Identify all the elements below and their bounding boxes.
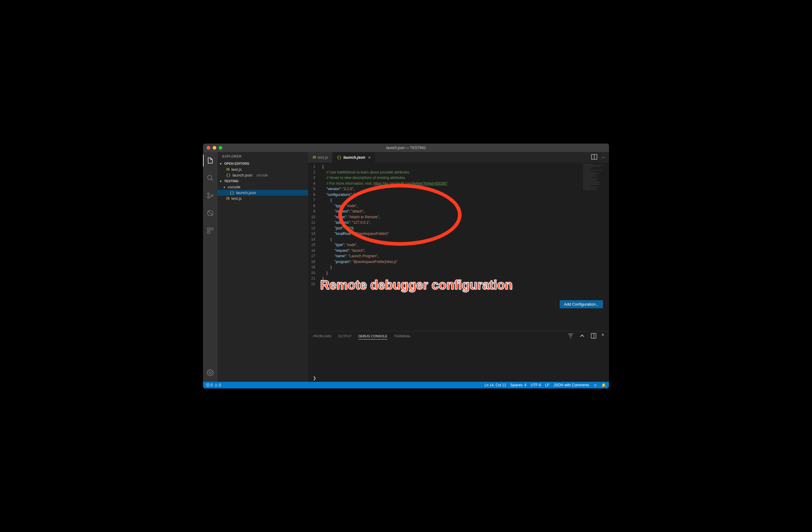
chevron-down-icon xyxy=(223,185,225,189)
panel-tab[interactable]: DEBUG CONSOLE xyxy=(358,333,387,339)
svg-point-1 xyxy=(207,193,209,195)
code-line[interactable]: { xyxy=(320,197,609,203)
svg-point-8 xyxy=(209,372,211,374)
panel-tab[interactable]: TERMINAL xyxy=(394,333,411,339)
code-line[interactable]: "request": "launch", xyxy=(320,248,609,254)
code-line[interactable]: "program": "${workspaceFolder}/test.js" xyxy=(320,259,609,265)
code-line[interactable]: } xyxy=(320,265,609,270)
editor-tab[interactable]: {}launch.json× xyxy=(333,152,375,163)
file-label: test.js xyxy=(231,196,242,201)
filter-icon[interactable] xyxy=(567,332,574,340)
file-label: launch.json xyxy=(233,173,252,178)
activity-bar xyxy=(203,152,218,382)
file-label: launch.json xyxy=(236,191,256,195)
json-icon: {} xyxy=(226,173,231,178)
eol[interactable]: LF xyxy=(545,383,550,387)
titlebar: launch.json — TESTING xyxy=(203,143,609,152)
search-icon[interactable] xyxy=(203,172,218,184)
code-line[interactable]: // For more information, visit: https://… xyxy=(320,181,609,186)
code-line[interactable]: "port": 9229, xyxy=(320,225,609,231)
editor-tab[interactable]: JStest.js xyxy=(308,152,333,163)
close-window-button[interactable] xyxy=(207,146,210,150)
code-line[interactable]: "version": "0.2.0", xyxy=(320,186,609,192)
tab-bar: JStest.js{}launch.json× ··· xyxy=(308,152,609,163)
panel-tab[interactable]: PROBLEMS xyxy=(313,333,331,339)
js-icon: JS xyxy=(226,197,230,200)
add-configuration-button[interactable]: Add Configuration... xyxy=(560,300,603,308)
maximize-window-button[interactable] xyxy=(219,146,222,150)
code-line[interactable]: "request": "attach", xyxy=(320,209,609,214)
svg-point-3 xyxy=(211,195,213,196)
svg-rect-6 xyxy=(211,228,213,230)
tab-label: launch.json xyxy=(344,155,365,159)
notifications-icon[interactable]: 🔔 xyxy=(601,383,606,387)
bottom-panel: PROBLEMSOUTPUTDEBUG CONSOLETERMINAL × ❯ xyxy=(308,331,609,382)
open-editor-item[interactable]: {}launch.json.vscode xyxy=(218,172,308,178)
line-gutter: 12345678910111213141516171819202122 xyxy=(308,163,320,331)
project-header[interactable]: TESTING xyxy=(218,178,308,184)
encoding[interactable]: UTF-8 xyxy=(531,383,541,387)
svg-point-2 xyxy=(207,196,209,198)
open-editors-header[interactable]: OPEN EDITORS xyxy=(218,160,308,167)
cursor-position[interactable]: Ln 14, Col 11 xyxy=(484,383,506,387)
file-icon: JS xyxy=(313,156,316,159)
extensions-icon[interactable] xyxy=(203,225,218,237)
code-line[interactable]: "name": "Launch Program", xyxy=(320,253,609,259)
source-control-icon[interactable] xyxy=(203,190,218,201)
code-line[interactable]: { xyxy=(320,164,609,170)
file-item-selected[interactable]: {}launch.json xyxy=(218,190,308,196)
window-controls xyxy=(203,146,222,150)
code-line[interactable]: "type": "node", xyxy=(320,203,609,209)
indent-setting[interactable]: Spaces: 4 xyxy=(510,383,526,387)
collapse-icon[interactable] xyxy=(579,332,586,340)
status-right: Ln 14, Col 11 Spaces: 4 UTF-8 LF JSON wi… xyxy=(484,383,606,387)
file-item[interactable]: JStest.js xyxy=(218,196,308,201)
js-icon: JS xyxy=(226,168,230,171)
code-line[interactable]: "type": "node", xyxy=(320,242,609,248)
minimize-window-button[interactable] xyxy=(213,146,216,150)
svg-rect-7 xyxy=(207,231,209,233)
status-bar: ⓧ 0 ⚠ 0 Ln 14, Col 11 Spaces: 4 UTF-8 LF… xyxy=(203,382,609,389)
body: EXPLORER OPEN EDITORS JStest.js {}launch… xyxy=(203,152,609,382)
code-line[interactable]: "name": "Attach to Remote", xyxy=(320,214,609,220)
debug-console-input[interactable]: ❯ xyxy=(308,374,609,382)
panel-actions: × xyxy=(567,332,604,340)
prompt-icon: ❯ xyxy=(313,376,316,380)
code-line[interactable]: { xyxy=(320,237,609,242)
open-editor-item[interactable]: JStest.js xyxy=(218,167,308,172)
tab-label: test.js xyxy=(318,155,328,159)
warning-count[interactable]: ⚠ 0 xyxy=(215,383,221,387)
panel-tabs: PROBLEMSOUTPUTDEBUG CONSOLETERMINAL × xyxy=(308,331,609,341)
explorer-icon[interactable] xyxy=(203,154,218,167)
code-line[interactable]: } xyxy=(320,276,609,281)
panel-layout-icon[interactable] xyxy=(590,332,597,340)
code-line[interactable]: "configurations": [ xyxy=(320,192,609,198)
code-line[interactable]: ] xyxy=(320,270,609,276)
code-line[interactable]: "address": "127.0.0.1", xyxy=(320,220,609,225)
close-panel-icon[interactable]: × xyxy=(601,332,604,340)
file-path: .vscode xyxy=(255,173,267,178)
folder-item[interactable]: .vscode xyxy=(218,184,308,190)
language-mode[interactable]: JSON with Comments xyxy=(554,383,589,387)
feedback-icon[interactable]: ☺ xyxy=(594,383,597,387)
status-left: ⓧ 0 ⚠ 0 xyxy=(206,383,221,388)
file-label: test.js xyxy=(231,167,242,172)
more-actions-icon[interactable]: ··· xyxy=(601,155,605,160)
code-line[interactable]: "localRoot": "${workspaceFolder}" xyxy=(320,231,609,237)
sidebar-title: EXPLORER xyxy=(218,152,308,160)
code-line[interactable]: // Hover to view descriptions of existin… xyxy=(320,175,609,181)
debug-icon[interactable] xyxy=(203,207,218,219)
settings-gear-icon[interactable] xyxy=(203,367,218,379)
svg-point-0 xyxy=(207,175,212,180)
error-count[interactable]: ⓧ 0 xyxy=(206,383,213,388)
json-icon: {} xyxy=(230,191,234,195)
code-line[interactable]: // Use IntelliSense to learn about possi… xyxy=(320,170,609,175)
panel-tab[interactable]: OUTPUT xyxy=(338,333,352,339)
window-title: launch.json — TESTING xyxy=(386,146,426,150)
tab-actions: ··· xyxy=(591,152,609,163)
svg-rect-5 xyxy=(207,228,209,230)
close-tab-icon[interactable]: × xyxy=(368,155,371,160)
split-editor-icon[interactable] xyxy=(591,153,598,162)
panel-body xyxy=(308,341,609,374)
file-icon: {} xyxy=(337,155,342,159)
